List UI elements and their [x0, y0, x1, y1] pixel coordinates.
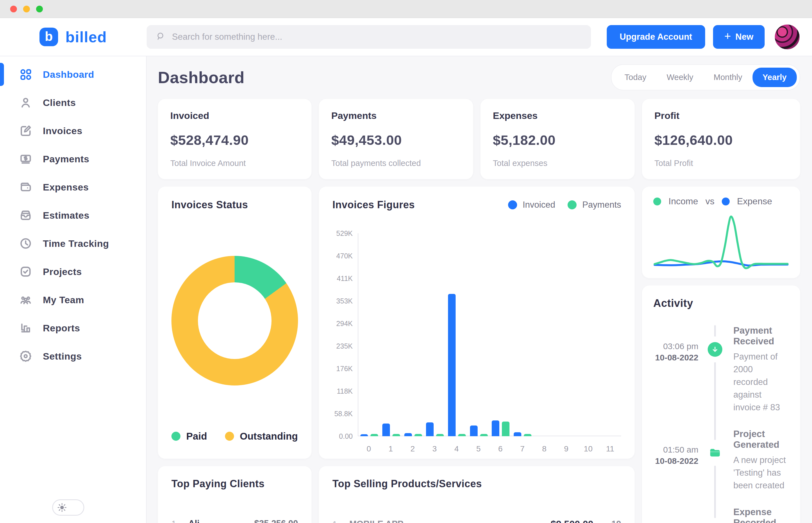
app-logo: b billed: [0, 28, 147, 46]
activity-time: 01:50 am: [653, 445, 699, 454]
search-icon: [156, 32, 166, 42]
sidebar-item-estimates[interactable]: Estimates: [0, 201, 146, 229]
bar-chart-icon: [19, 322, 32, 335]
x-tick-label: 2: [402, 445, 424, 453]
list-item[interactable]: 1 MOBILE APP $9,500.00 19: [332, 519, 621, 523]
invoices-status-donut-chart: [172, 256, 298, 385]
activity-title: Activity: [653, 297, 789, 309]
sidebar-item-dashboard[interactable]: Dashboard: [0, 60, 146, 89]
top-selling-card: Top Selling Products/Services 1 MOBILE A…: [319, 466, 635, 523]
activity-entry[interactable]: 01:50 am 10-08-2022 Project Generated A: [653, 429, 789, 492]
tab-monthly[interactable]: Monthly: [704, 68, 753, 87]
income-expense-card: Income vs Expense: [642, 186, 800, 278]
sidebar-item-expenses[interactable]: Expenses: [0, 173, 146, 201]
invoiced-bar: [470, 426, 478, 436]
new-button[interactable]: + New: [713, 25, 765, 49]
top-paying-clients-title: Top Paying Clients: [172, 478, 298, 490]
sidebar-item-time-tracking[interactable]: Time Tracking: [0, 229, 146, 257]
stat-caption: Total Invoice Amount: [170, 159, 299, 168]
y-tick-label: 118K: [337, 387, 353, 395]
team-icon: [19, 293, 32, 306]
stat-value: $49,453.00: [331, 132, 461, 148]
activity-date: 10-08-2022: [653, 353, 699, 362]
stat-value: $528,474.90: [170, 132, 299, 148]
list-item[interactable]: 1 Ali $35,256.00: [172, 519, 298, 523]
search-bar[interactable]: [147, 25, 591, 49]
invoiced-bar: [514, 432, 521, 436]
sidebar-item-label: Clients: [43, 97, 76, 108]
sidebar-item-clients[interactable]: Clients: [0, 89, 146, 117]
sidebar: Dashboard Clients Invoices Payments Expe…: [0, 56, 147, 523]
sidebar-item-label: Expenses: [43, 182, 89, 193]
invoices-figures-bar-chart: 529K470K411K353K294K235K176K118K58.8K0.0…: [332, 233, 621, 439]
arrow-down-circle-icon: [708, 342, 722, 357]
sidebar-item-label: Invoices: [43, 125, 82, 137]
wallet-icon: [702, 518, 728, 523]
paid-legend-label: Paid: [186, 431, 207, 442]
vs-label: vs: [705, 196, 714, 206]
income-expense-legend: Income vs Expense: [653, 196, 789, 206]
invoices-figures-card: Invoices Figures Invoiced Payments: [319, 186, 635, 459]
x-tick-label: 10: [577, 445, 599, 453]
stat-value: $126,640.00: [654, 132, 788, 148]
invoices-status-title: Invoices Status: [172, 199, 298, 211]
activity-card: Activity 03:06 pm 10-08-2022: [642, 286, 800, 523]
sidebar-item-payments[interactable]: Payments: [0, 145, 146, 173]
sidebar-item-reports[interactable]: Reports: [0, 314, 146, 342]
x-tick-label: 6: [490, 445, 511, 453]
plus-icon: +: [724, 36, 731, 38]
paid-legend-dot: [172, 432, 180, 441]
sidebar-item-settings[interactable]: Settings: [0, 342, 146, 370]
stat-title: Expenses: [493, 110, 622, 121]
maximize-window-button[interactable]: [36, 6, 43, 13]
x-tick-label: 3: [423, 445, 445, 453]
stat-card-invoiced: Invoiced $528,474.90 Total Invoice Amoun…: [158, 99, 312, 179]
stat-caption: Total Profit: [654, 159, 788, 168]
activity-timeline: 03:06 pm 10-08-2022: [653, 325, 789, 523]
edit-square-icon: [19, 124, 32, 137]
sidebar-item-label: My Team: [43, 294, 84, 305]
minimize-window-button[interactable]: [23, 6, 30, 13]
activity-entry-title: Payment Received: [733, 325, 789, 347]
search-input[interactable]: [172, 32, 581, 42]
sidebar-item-invoices[interactable]: Invoices: [0, 117, 146, 145]
close-window-button[interactable]: [10, 6, 17, 13]
x-tick-label: 11: [599, 445, 621, 453]
inbox-icon: [19, 209, 32, 222]
upgrade-account-button[interactable]: Upgrade Account: [607, 25, 705, 49]
period-tabs: Today Weekly Monthly Yearly: [611, 64, 800, 90]
x-tick-label: 4: [445, 445, 467, 453]
stat-card-expenses: Expenses $5,182.00 Total expenses: [480, 99, 635, 179]
user-avatar[interactable]: [775, 24, 799, 49]
activity-entry-title: Project Generated: [733, 429, 789, 450]
new-button-label: New: [735, 32, 753, 42]
invoices-status-legend: Paid Outstanding: [172, 431, 298, 446]
payments-bar: [414, 434, 422, 436]
person-icon: [19, 96, 32, 109]
y-tick-label: 176K: [336, 365, 353, 373]
y-tick-label: 353K: [336, 297, 353, 305]
sidebar-item-label: Projects: [43, 266, 82, 277]
invoices-status-card: Invoices Status Paid Outstanding: [158, 186, 312, 459]
sidebar-item-projects[interactable]: Projects: [0, 257, 146, 286]
x-axis: 01234567891011: [332, 439, 621, 459]
tab-today[interactable]: Today: [614, 68, 656, 87]
x-tick-label: 9: [555, 445, 577, 453]
theme-toggle[interactable]: [52, 499, 84, 516]
y-axis: 529K470K411K353K294K235K176K118K58.8K0.0…: [332, 233, 358, 436]
stat-caption: Total expenses: [493, 159, 622, 168]
activity-entry[interactable]: 02:03 am 03-08-2022 Expense Recorded $5: [653, 507, 789, 523]
y-tick-label: 0.00: [339, 432, 353, 440]
x-tick-label: 7: [511, 445, 533, 453]
activity-date: 10-08-2022: [653, 456, 699, 466]
tab-yearly[interactable]: Yearly: [753, 68, 797, 87]
invoiced-bar: [448, 294, 456, 436]
tab-weekly[interactable]: Weekly: [656, 68, 704, 87]
activity-entry[interactable]: 03:06 pm 10-08-2022: [653, 325, 789, 414]
y-tick-label: 470K: [336, 252, 353, 260]
app-header: b billed Upgrade Account + New: [0, 18, 812, 56]
sidebar-item-my-team[interactable]: My Team: [0, 286, 146, 314]
expense-legend-label: Expense: [737, 196, 772, 206]
folder-icon: [702, 440, 728, 466]
payments-legend-label: Payments: [582, 200, 621, 210]
